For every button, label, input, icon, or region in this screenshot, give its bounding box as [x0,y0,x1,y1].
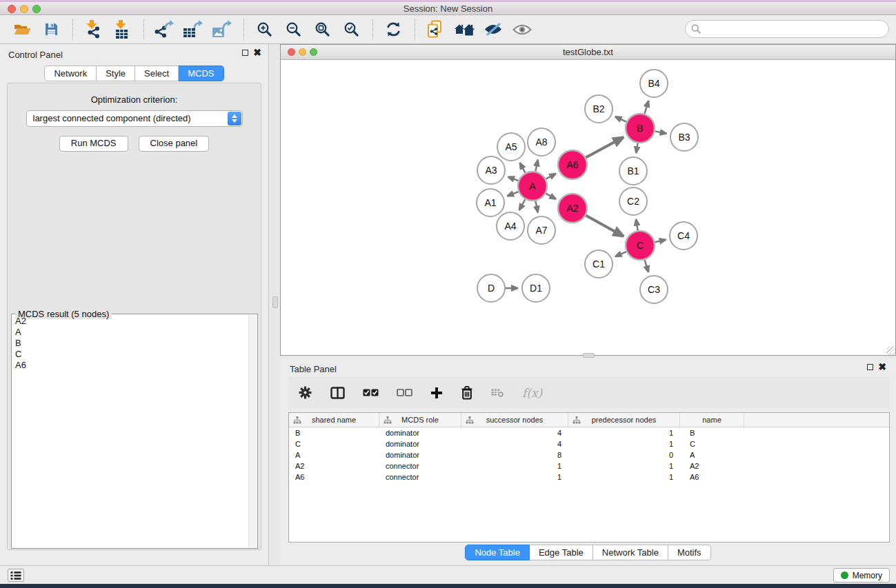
graph-edge-C-C4[interactable] [655,240,666,243]
graph-edge-A-A4[interactable] [519,199,526,210]
delete-table-button[interactable] [491,387,504,398]
memory-button[interactable]: Memory [833,568,890,582]
show-panel-button[interactable] [508,17,536,42]
zoom-selected-button[interactable] [337,17,365,42]
tab-network[interactable]: Network [44,65,97,81]
export-image-button[interactable] [208,17,236,42]
table-tab-edge-table[interactable]: Edge Table [530,545,593,560]
graph-edge-B-B2[interactable] [615,116,627,122]
network-window-titlebar[interactable]: testGlobe.txt [281,45,895,60]
table-tab-motifs[interactable]: Motifs [668,545,711,560]
graph-edge-A-A5[interactable] [519,163,525,173]
graph-edge-A-A7[interactable] [535,201,537,213]
table-row[interactable]: Cdominator41C [289,438,889,449]
result-item[interactable]: B [12,338,248,349]
result-item[interactable]: A6 [12,360,248,371]
column-header-name[interactable]: name [680,413,744,427]
table-tab-node-table[interactable]: Node Table [465,545,530,560]
graph-edge-B-B3[interactable] [655,131,667,133]
network-view-window: testGlobe.txt B4B2BB3A8A5A6A3B1AC2A1A2A4… [280,44,896,356]
graph-edge-A-A3[interactable] [508,176,518,181]
horizontal-splitter-grip[interactable] [583,353,595,358]
add-column-button[interactable] [430,387,443,399]
tab-style[interactable]: Style [97,65,135,81]
table-row[interactable]: Bdominator41B [289,427,889,438]
export-table-button[interactable] [179,17,207,42]
table-panel: Table Panel ✖ [280,358,896,565]
column-header-predecessor-nodes[interactable]: predecessor nodes [568,413,680,427]
import-table-button[interactable] [108,17,136,42]
plus-icon [430,387,443,399]
table-row[interactable]: A6connector11A6 [289,472,889,483]
graph-edge-C-C2[interactable] [636,219,638,231]
import-network-button[interactable] [79,17,107,42]
table-row[interactable]: A2connector11A2 [289,460,889,472]
toolbar-separator [415,19,415,40]
graph-edge-C-C3[interactable] [645,260,649,272]
search-input[interactable] [704,24,888,34]
graph-node-label-B1: B1 [627,165,639,176]
graph-edge-B-B1[interactable] [636,143,637,154]
table-settings-button[interactable] [298,385,312,400]
header-filler [744,413,889,427]
graph-edge-A2-C[interactable] [586,216,624,236]
split-table-button[interactable] [330,387,345,399]
result-scrollbar[interactable] [248,315,257,547]
graph-edge-A6-B[interactable] [586,137,624,158]
criterion-select[interactable]: largest connected component (directed) [26,110,243,127]
result-item[interactable]: C [12,349,248,360]
close-panel-button[interactable]: Close panel [139,136,210,152]
function-builder-button[interactable]: f(x) [522,386,542,400]
tab-select[interactable]: Select [135,65,179,81]
graph-edge-A-A1[interactable] [507,192,518,196]
open-session-button[interactable] [8,17,36,42]
graph-edge-A-A6[interactable] [546,174,556,179]
tab-mcds[interactable]: MCDS [179,65,223,81]
refresh-view-button[interactable] [379,17,407,42]
close-panel-icon[interactable]: ✖ [253,50,261,56]
float-table-panel-icon[interactable] [867,364,873,370]
table-row[interactable]: Adominator80A [289,449,889,460]
graph-svg[interactable]: B4B2BB3A8A5A6A3B1AC2A1A2A4A7C4CC1DD1C3 [281,60,895,355]
graph-node-label-A3: A3 [485,165,497,176]
export-network-button[interactable] [150,17,178,42]
cell-successor-nodes: 4 [461,429,568,437]
graph-node-label-B2: B2 [593,103,604,114]
graph-edge-C-C1[interactable] [615,252,626,256]
home-views-button[interactable] [450,17,478,42]
network-canvas[interactable]: B4B2BB3A8A5A6A3B1AC2A1A2A4A7C4CC1DD1C3 [281,60,895,355]
deselect-all-button[interactable] [397,389,412,396]
zoom-out-button[interactable] [279,17,307,42]
window-resize-handle[interactable] [886,346,895,355]
graph-node-label-C2: C2 [627,196,639,207]
hide-panel-button[interactable] [479,17,507,42]
vertical-splitter-grip[interactable] [272,296,278,308]
network-from-selection-button[interactable] [421,17,449,42]
search-field[interactable] [685,20,889,38]
cell-predecessor-nodes: 0 [568,451,680,459]
result-item[interactable]: A2 [12,316,248,327]
zoom-fit-button[interactable] [308,17,336,42]
zoom-in-button[interactable] [250,17,278,42]
column-header-mcds-role[interactable]: MCDS role [379,413,461,427]
select-all-button[interactable] [363,389,379,396]
graph-node-label-A2: A2 [566,203,578,214]
column-header-shared-name[interactable]: shared name [289,413,379,427]
graph-edge-A-A2[interactable] [546,194,556,199]
table-tab-network-table[interactable]: Network Table [593,545,668,560]
save-session-button[interactable] [37,17,65,42]
result-item[interactable]: A [12,327,248,338]
delete-column-button[interactable] [461,385,473,400]
float-panel-icon[interactable] [242,50,248,56]
column-header-successor-nodes[interactable]: successor nodes [461,413,568,427]
cell-mcds-role: dominator [379,451,461,459]
select-stepper-icon[interactable] [228,112,241,125]
graph-edge-A-A8[interactable] [535,159,537,171]
task-history-button[interactable] [8,569,24,582]
cell-shared-name: B [289,429,379,437]
close-table-panel-icon[interactable]: ✖ [878,364,886,370]
graph-edge-B-B4[interactable] [644,101,648,114]
run-mcds-button[interactable]: Run MCDS [59,136,128,152]
toolbar-separator [143,19,144,40]
cell-shared-name: A2 [289,462,379,470]
